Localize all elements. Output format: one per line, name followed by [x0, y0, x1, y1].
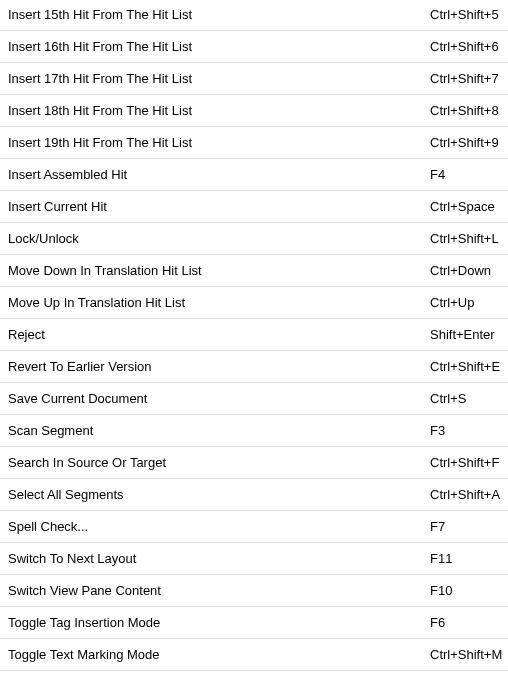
command-label: Spell Check... — [0, 511, 430, 542]
command-label: Insert 16th Hit From The Hit List — [0, 31, 430, 62]
table-row: Move Down In Translation Hit ListCtrl+Do… — [0, 254, 508, 287]
table-row: Insert Assembled HitF4 — [0, 158, 508, 191]
command-label: Save Current Document — [0, 383, 430, 414]
command-label: Insert 19th Hit From The Hit List — [0, 127, 430, 158]
command-label: Switch View Pane Content — [0, 575, 430, 606]
shortcut-key: F7 — [430, 511, 508, 542]
shortcut-key: F3 — [430, 415, 508, 446]
command-label: Move Up In Translation Hit List — [0, 287, 430, 318]
table-row: Move Up In Translation Hit ListCtrl+Up — [0, 286, 508, 319]
shortcut-key: Ctrl+Shift+5 — [430, 0, 508, 30]
shortcut-key: F6 — [430, 607, 508, 638]
shortcut-key: Ctrl+Shift+8 — [430, 95, 508, 126]
command-label: Insert Assembled Hit — [0, 159, 430, 190]
shortcut-key: Ctrl+Space — [430, 191, 508, 222]
shortcut-key: Ctrl+Shift+L — [430, 223, 508, 254]
table-row: Switch To Next LayoutF11 — [0, 542, 508, 575]
command-label: Reject — [0, 319, 430, 350]
table-row: Save Current DocumentCtrl+S — [0, 382, 508, 415]
table-row: Revert To Earlier VersionCtrl+Shift+E — [0, 350, 508, 383]
command-label: Search In Source Or Target — [0, 447, 430, 478]
shortcut-key: F10 — [430, 575, 508, 606]
table-row: RejectShift+Enter — [0, 318, 508, 351]
shortcut-key: F11 — [430, 543, 508, 574]
table-row: Insert 15th Hit From The Hit ListCtrl+Sh… — [0, 0, 508, 31]
shortcut-table: Insert 15th Hit From The Hit ListCtrl+Sh… — [0, 0, 508, 680]
shortcut-key: Ctrl+Up — [430, 287, 508, 318]
table-row: Insert 19th Hit From The Hit ListCtrl+Sh… — [0, 126, 508, 159]
command-label: Toggle Text Marking Mode — [0, 639, 430, 670]
table-row: Toggle Text Marking ModeCtrl+Shift+M — [0, 638, 508, 671]
shortcut-key: Ctrl+Shift+A — [430, 479, 508, 510]
shortcut-key: Ctrl+Shift+M — [430, 639, 508, 670]
command-label: Insert 17th Hit From The Hit List — [0, 63, 430, 94]
shortcut-key: F4 — [430, 159, 508, 190]
command-label: Select All Segments — [0, 479, 430, 510]
command-label: View/Edit Current Hit — [0, 671, 430, 680]
command-label: Insert Current Hit — [0, 191, 430, 222]
command-label: Insert 15th Hit From The Hit List — [0, 0, 430, 30]
table-row: View/Edit Current HitCtrl+Alt+Enter — [0, 670, 508, 680]
table-row: Insert 16th Hit From The Hit ListCtrl+Sh… — [0, 30, 508, 63]
shortcut-key: Ctrl+Down — [430, 255, 508, 286]
table-row: Insert 18th Hit From The Hit ListCtrl+Sh… — [0, 94, 508, 127]
command-label: Insert 18th Hit From The Hit List — [0, 95, 430, 126]
shortcut-key: Ctrl+Shift+6 — [430, 31, 508, 62]
table-row: Search In Source Or TargetCtrl+Shift+F — [0, 446, 508, 479]
table-row: Scan SegmentF3 — [0, 414, 508, 447]
command-label: Scan Segment — [0, 415, 430, 446]
table-row: Toggle Tag Insertion ModeF6 — [0, 606, 508, 639]
table-row: Spell Check...F7 — [0, 510, 508, 543]
table-row: Insert 17th Hit From The Hit ListCtrl+Sh… — [0, 62, 508, 95]
command-label: Lock/Unlock — [0, 223, 430, 254]
shortcut-key: Ctrl+Shift+7 — [430, 63, 508, 94]
shortcut-key: Ctrl+Alt+Enter — [430, 671, 508, 680]
table-row: Insert Current HitCtrl+Space — [0, 190, 508, 223]
shortcut-key: Ctrl+Shift+F — [430, 447, 508, 478]
shortcut-key: Ctrl+Shift+9 — [430, 127, 508, 158]
shortcut-key: Ctrl+Shift+E — [430, 351, 508, 382]
command-label: Switch To Next Layout — [0, 543, 430, 574]
table-row: Switch View Pane ContentF10 — [0, 574, 508, 607]
table-row: Lock/UnlockCtrl+Shift+L — [0, 222, 508, 255]
command-label: Revert To Earlier Version — [0, 351, 430, 382]
command-label: Toggle Tag Insertion Mode — [0, 607, 430, 638]
shortcut-key: Shift+Enter — [430, 319, 508, 350]
shortcut-key: Ctrl+S — [430, 383, 508, 414]
command-label: Move Down In Translation Hit List — [0, 255, 430, 286]
table-row: Select All SegmentsCtrl+Shift+A — [0, 478, 508, 511]
